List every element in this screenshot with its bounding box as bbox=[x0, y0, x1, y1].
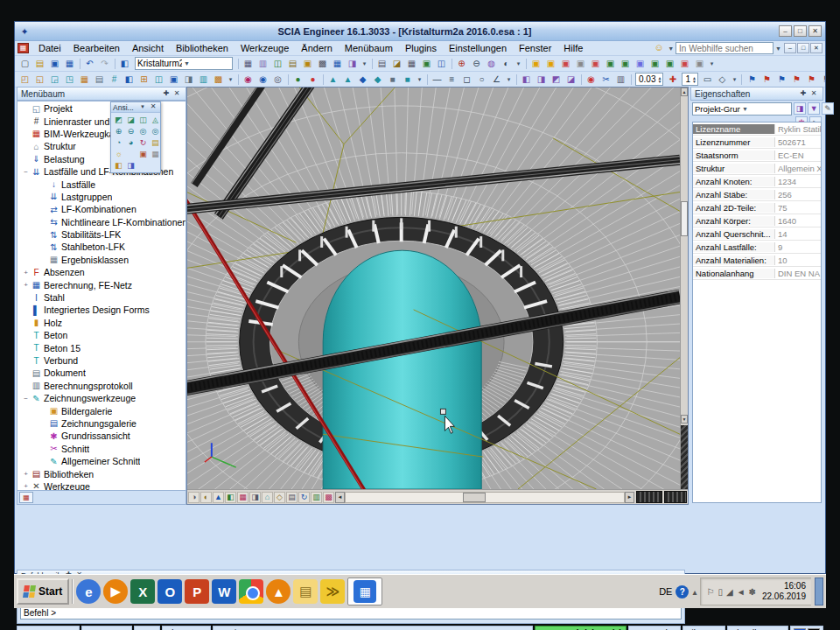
tree-item[interactable]: + F Absenzen bbox=[18, 266, 186, 278]
mdi-document-icon[interactable]: ▦ bbox=[18, 43, 29, 53]
layer-manager-icon[interactable]: ◇ bbox=[715, 73, 730, 87]
property-value[interactable]: 502671 bbox=[775, 137, 821, 147]
overflow-icon[interactable]: ▾ bbox=[504, 73, 514, 87]
layer-toggle-icon[interactable]: ▣ bbox=[543, 57, 558, 71]
pan-view-icon[interactable]: ▤ bbox=[150, 137, 161, 148]
property-row[interactable]: Staatsnorm EC-EN bbox=[693, 149, 821, 162]
loadcase-flag-icon[interactable]: ⚑ bbox=[819, 73, 825, 87]
tree-expander[interactable]: + bbox=[21, 482, 31, 490]
internet-explorer-icon[interactable]: e bbox=[76, 579, 101, 604]
rib-tool-icon[interactable]: ⊞ bbox=[136, 73, 151, 87]
layer-toggle-icon[interactable]: ▣ bbox=[528, 57, 543, 71]
property-value[interactable]: 256 bbox=[775, 190, 821, 200]
tree-item[interactable]: ⇄ LF-Kombinationen bbox=[18, 203, 186, 215]
language-indicator[interactable]: DE bbox=[659, 586, 672, 597]
title-bar[interactable]: ✦ SCIA Engineer 16.1.3033 - [Kristalturm… bbox=[15, 22, 825, 41]
mesh-toggle-icon[interactable]: ▣ bbox=[603, 57, 618, 71]
status-workplane[interactable]: Ebene XY bbox=[162, 626, 211, 630]
gallery-icon[interactable]: ▥ bbox=[256, 57, 270, 71]
render-icon[interactable]: ▲ bbox=[213, 492, 224, 503]
line-tool-icon[interactable]: — bbox=[430, 73, 444, 87]
labels-icon[interactable]: ◇ bbox=[274, 492, 285, 503]
table-icon[interactable]: ▦ bbox=[330, 57, 345, 71]
zoom-out-icon[interactable]: ⊖ bbox=[125, 126, 136, 136]
select-prev-icon[interactable]: ■ bbox=[385, 73, 400, 87]
new-messages-button[interactable]: Neue Nachrichten (2) bbox=[535, 626, 626, 630]
current-ucs-button[interactable]: Aktuelles BKS bbox=[727, 626, 788, 630]
clip-box-icon[interactable]: ▣ bbox=[137, 149, 149, 159]
print-icon[interactable]: ▤ bbox=[374, 57, 389, 71]
new-file-icon[interactable]: ▢ bbox=[18, 57, 32, 71]
tree-item[interactable]: ✱ Grundrissansicht bbox=[18, 430, 186, 442]
scroll-left-icon[interactable]: ◄ bbox=[335, 492, 345, 503]
layer-spinner[interactable]: 1 ▲▼ bbox=[682, 73, 698, 86]
open-file-icon[interactable]: ▤ bbox=[32, 57, 47, 71]
shaded-icon[interactable]: ◐ bbox=[200, 492, 212, 503]
overflow-icon[interactable]: ▾ bbox=[415, 73, 424, 87]
start-button[interactable]: Start bbox=[17, 578, 69, 605]
close-icon[interactable]: ✕ bbox=[808, 89, 819, 99]
mesh-toggle-icon[interactable]: ▣ bbox=[618, 57, 633, 71]
pin-icon[interactable]: ✚ bbox=[161, 89, 172, 99]
property-value[interactable]: 9 bbox=[775, 242, 821, 252]
media-player-icon[interactable]: ▶ bbox=[103, 579, 128, 604]
3d-viewport[interactable]: ▲ ▼ ◑◐▲◧▦◨⌂◇▤↻▥▩ ◄ ► bbox=[186, 87, 689, 505]
power-icon[interactable]: ▯ bbox=[718, 587, 723, 597]
ucs-reset-icon[interactable]: ◪ bbox=[564, 73, 578, 87]
help-tray-icon[interactable]: ? bbox=[676, 585, 689, 598]
select-remove-icon[interactable]: ▲ bbox=[340, 73, 355, 87]
ucs-move-icon[interactable]: ◨ bbox=[534, 73, 549, 87]
filter-layers-icon[interactable]: ◨ bbox=[794, 102, 806, 115]
cut-tool-icon[interactable]: ✂ bbox=[598, 73, 613, 87]
tray-expand-icon[interactable]: ▴ bbox=[692, 587, 696, 597]
filter-button[interactable]: Filter aus bbox=[682, 626, 725, 630]
viewport-horizontal-scrollbar[interactable] bbox=[345, 492, 625, 503]
loadcase-flag-icon[interactable]: ⚑ bbox=[774, 73, 789, 87]
property-row[interactable]: Anzahl Körper: 1640 bbox=[693, 214, 821, 228]
tree-item[interactable]: ▥ Berechnungsprotokoll bbox=[18, 380, 186, 392]
tree-expander[interactable]: + bbox=[21, 281, 31, 289]
menu-item[interactable]: Werkzeuge bbox=[234, 42, 295, 54]
overflow-icon[interactable]: ▾ bbox=[360, 57, 369, 71]
restore-button[interactable]: □ bbox=[794, 25, 807, 37]
engineering-report-icon[interactable]: ▣ bbox=[419, 57, 434, 71]
property-row[interactable]: Anzahl Stäbe: 256 bbox=[693, 188, 821, 201]
calculator-icon[interactable]: ▦ bbox=[404, 57, 419, 71]
invisible-state-icon[interactable]: ● bbox=[305, 73, 320, 87]
tree-item[interactable]: ▣ Bildergalerie bbox=[18, 404, 186, 416]
circle-tool-icon[interactable]: ○ bbox=[474, 73, 489, 87]
tree-item[interactable]: + ▦ Berechnung, FE-Netz bbox=[18, 278, 186, 290]
active-task-button[interactable]: ▦ bbox=[347, 578, 382, 606]
plate-tool-icon[interactable]: ◳ bbox=[62, 73, 77, 87]
flag-icon[interactable]: ⚐ bbox=[706, 587, 714, 597]
layer-filter-icon[interactable]: ▭ bbox=[700, 73, 715, 87]
print-preview-icon[interactable]: ◪ bbox=[389, 57, 404, 71]
tree-item[interactable]: ⇅ Stabilitäts-LFK bbox=[18, 228, 186, 241]
loadcase-flag-icon[interactable]: ⚑ bbox=[760, 73, 774, 87]
properties-header[interactable]: Eigenschaften ✚ ✕ bbox=[690, 87, 823, 101]
tree-item[interactable]: Ⅰ Stahl bbox=[18, 291, 186, 304]
search-dropdown-icon[interactable]: ▼ bbox=[774, 46, 783, 52]
ucs-tool-icon[interactable]: ◧ bbox=[519, 73, 534, 87]
tree-item[interactable]: ▌ Integriertes Design Forms bbox=[18, 304, 186, 316]
select-workplane-icon[interactable]: ◆ bbox=[370, 73, 385, 87]
command-input[interactable] bbox=[21, 608, 681, 618]
tree-item[interactable]: ✎ Allgemeiner Schnitt bbox=[18, 455, 186, 467]
opening-tool-icon[interactable]: ◧ bbox=[122, 73, 136, 87]
tree-item[interactable]: + ✕ Werkzeuge bbox=[18, 480, 186, 491]
property-value[interactable]: Allgemein XYZ bbox=[775, 164, 821, 173]
tree-item[interactable]: − ✎ Zeichnungswerkzeuge bbox=[18, 392, 186, 404]
save-all-icon[interactable]: ▦ bbox=[62, 57, 77, 71]
measure-icon[interactable]: ◍ bbox=[484, 57, 499, 71]
property-value[interactable]: DIN EN NA (Deutschland) bbox=[775, 269, 821, 278]
file-explorer-icon[interactable]: ▤ bbox=[293, 579, 318, 604]
project-data-icon[interactable]: ▦ bbox=[241, 57, 256, 71]
shell-tool-icon[interactable]: ▤ bbox=[92, 73, 107, 87]
raster-icon[interactable]: ▥ bbox=[613, 73, 628, 87]
view-params-icon[interactable]: ◧ bbox=[113, 160, 124, 171]
tree-item[interactable]: ⇊ Lastgruppen bbox=[18, 191, 186, 203]
overflow-icon[interactable]: ▾ bbox=[226, 73, 235, 87]
mdi-close-button[interactable]: ✕ bbox=[810, 43, 822, 53]
floating-toolbar-header[interactable]: Ansi... ▼ ✕ bbox=[111, 102, 160, 113]
regen-icon[interactable]: ↻ bbox=[298, 492, 310, 503]
